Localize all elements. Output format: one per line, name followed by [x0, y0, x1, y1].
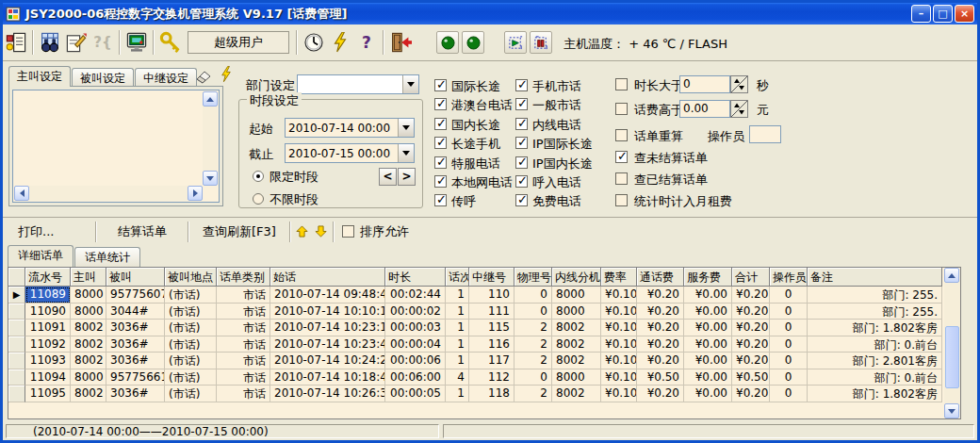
cell[interactable]: 市话 [217, 287, 270, 304]
cell[interactable]: 00:00:02 [385, 304, 446, 320]
calltype-checkbox[interactable] [515, 137, 528, 149]
cell[interactable]: 2010-07-14 10:23:45 [270, 336, 385, 353]
cell[interactable]: 部门: 1.802客房 [808, 386, 942, 402]
cell[interactable]: 市话 [217, 336, 270, 353]
cell[interactable]: 00:06:00 [385, 369, 446, 386]
cell[interactable]: 0 [770, 287, 808, 304]
minimize-button[interactable]: – [911, 5, 931, 23]
scroll-right-button[interactable] [188, 186, 203, 201]
cell[interactable]: ¥0.50 [637, 369, 684, 386]
cell[interactable]: 市话 [217, 320, 270, 336]
cell[interactable]: 2 [514, 336, 552, 353]
column-header[interactable]: 被叫地点 [165, 268, 217, 287]
column-header[interactable] [8, 268, 25, 287]
cell[interactable]: 2 [514, 320, 552, 336]
cell[interactable]: 8000 [71, 369, 106, 386]
move-up-button[interactable] [293, 222, 312, 241]
scroll-down-button[interactable] [203, 171, 218, 186]
cell[interactable]: 0 [770, 369, 808, 386]
column-header[interactable]: 内线分机 [552, 268, 601, 287]
row-indicator[interactable] [8, 336, 25, 353]
cell[interactable]: 2010-07-14 09:48:45 [270, 287, 385, 304]
fee-spinner[interactable] [730, 100, 748, 122]
cell[interactable]: 8000 [552, 369, 601, 386]
cell[interactable]: 市话 [217, 386, 270, 402]
apply-filter-button[interactable] [215, 66, 237, 83]
fee-input[interactable]: 0.00 [679, 100, 730, 118]
column-header[interactable]: 操作员 [770, 268, 808, 287]
column-header[interactable]: 备注 [808, 268, 942, 287]
cell[interactable]: ¥0.20 [732, 320, 770, 336]
cell[interactable]: 1 [446, 386, 469, 402]
maximize-button[interactable]: □ [933, 5, 953, 23]
listbox-hscrollbar[interactable] [14, 186, 203, 201]
cell[interactable]: 市话 [217, 304, 270, 320]
cell[interactable]: ¥0.20 [732, 353, 770, 369]
channel-led-2-button[interactable] [462, 31, 484, 54]
row-indicator[interactable] [8, 304, 25, 320]
calltype-checkbox[interactable] [515, 175, 528, 188]
cell[interactable]: 111 [469, 304, 514, 320]
cell[interactable]: 部门: 0.前台 [808, 369, 942, 386]
cell[interactable]: ¥0.20 [637, 304, 684, 320]
cell[interactable]: 1 [446, 336, 469, 353]
cell[interactable]: 3036# [106, 320, 165, 336]
cell[interactable]: 8002 [71, 386, 106, 402]
cell[interactable]: 117 [469, 353, 514, 369]
calltype-checkbox[interactable] [434, 98, 447, 110]
listbox-vscrollbar[interactable] [203, 91, 218, 186]
cell[interactable]: 部门: 0.前台 [808, 336, 942, 353]
duration-spinner[interactable] [730, 75, 748, 97]
column-header[interactable]: 合计 [732, 268, 770, 287]
cell[interactable]: 8002 [71, 353, 106, 369]
cell[interactable]: 0 [770, 304, 808, 320]
calltype-checkbox[interactable] [515, 79, 528, 91]
grid-scroll-thumb[interactable] [945, 326, 959, 388]
print-button[interactable]: 打印... [3, 221, 93, 243]
cell[interactable]: 110 [469, 287, 514, 304]
cell[interactable]: ¥0.10 [601, 304, 637, 320]
exit-button[interactable] [387, 29, 414, 56]
cell[interactable]: ¥0.20 [637, 287, 684, 304]
report-button[interactable] [3, 29, 29, 56]
cell[interactable]: ¥0.20 [732, 336, 770, 353]
table-row[interactable]: 1109080003044#(市话)市话2010-07-14 10:10:100… [8, 304, 960, 320]
grid-tab-1[interactable]: 话单统计 [74, 247, 140, 267]
calltype-checkbox[interactable] [515, 194, 528, 206]
dept-combobox[interactable] [297, 74, 419, 94]
cell[interactable]: 部门: 255. [808, 304, 942, 320]
column-header[interactable]: 通话费 [637, 268, 684, 287]
cell[interactable]: (市话) [165, 287, 217, 304]
cell[interactable]: ¥0.00 [684, 336, 732, 353]
cell[interactable]: 118 [469, 386, 514, 402]
dropdown-button[interactable] [398, 144, 414, 162]
calltype-checkbox[interactable] [434, 137, 447, 149]
cell[interactable]: 市话 [217, 369, 270, 386]
cell[interactable]: ¥0.20 [732, 287, 770, 304]
cell[interactable]: 11092 [25, 336, 71, 353]
cell[interactable]: (市话) [165, 386, 217, 402]
cell[interactable]: 116 [469, 336, 514, 353]
cell[interactable]: 8000 [552, 304, 601, 320]
column-header[interactable]: 中继号 [469, 268, 514, 287]
calltype-checkbox[interactable] [434, 194, 447, 206]
cell[interactable]: ¥0.50 [732, 369, 770, 386]
cell[interactable]: (市话) [165, 369, 217, 386]
column-header[interactable]: 时长 [385, 268, 446, 287]
edit-record-button[interactable] [63, 29, 90, 56]
settle-button[interactable]: 结算话单 [99, 221, 186, 243]
column-header[interactable]: 费率 [601, 268, 637, 287]
row-indicator[interactable] [8, 320, 25, 336]
titlebar[interactable]: JSY2000-06程控数字交换机管理系统 V9.17 [话费管理] – □ × [3, 3, 977, 25]
calltype-checkbox[interactable] [515, 98, 528, 110]
cell[interactable]: 11089 [25, 287, 71, 304]
cell[interactable]: 2010-07-14 10:10:10 [270, 304, 385, 320]
cell[interactable]: 115 [469, 320, 514, 336]
channel-led-1-button[interactable] [436, 31, 459, 54]
close-button[interactable]: × [955, 5, 974, 23]
cell[interactable]: ¥0.20 [732, 304, 770, 320]
cell[interactable]: 11090 [25, 304, 71, 320]
cell[interactable]: 112 [469, 369, 514, 386]
calltype-checkbox[interactable] [434, 79, 447, 91]
prev-period-button[interactable]: < [379, 168, 397, 186]
